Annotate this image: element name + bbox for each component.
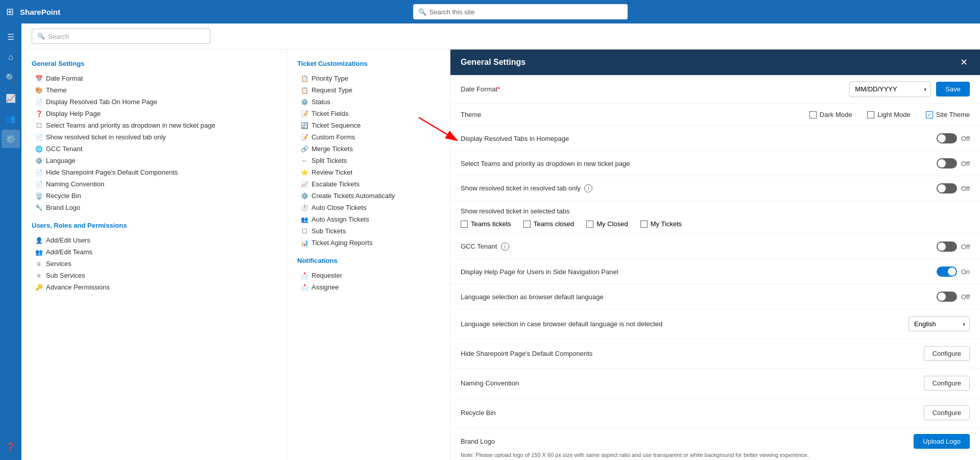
nav-item-review[interactable]: ⭐ Review Ticket (297, 166, 440, 178)
lang-browser-switch[interactable] (937, 292, 957, 302)
nav-item-assignee[interactable]: 📩 Assignee (297, 281, 440, 293)
lang-fallback-row: Language selection in case browser defau… (450, 309, 980, 339)
my-closed-label: My Closed (596, 220, 628, 228)
teams-closed-checkbox[interactable] (523, 221, 531, 228)
nav-item-priority-type[interactable]: 📋 Priority Type (297, 72, 440, 84)
merge-icon: 🔗 (300, 146, 308, 153)
nav-item-date-format[interactable]: 📅 Date Format (32, 72, 276, 84)
site-theme-checkbox[interactable]: ✓ (926, 111, 933, 118)
nav-item-auto-assign[interactable]: 👥 Auto Assign Tickets (297, 213, 440, 225)
nav-item-custom-forms[interactable]: 📝 Custom Forms (297, 131, 440, 143)
my-tickets-tab[interactable]: My Tickets (640, 220, 682, 228)
teams-closed-tab[interactable]: Teams closed (523, 220, 574, 228)
split-icon: ↔️ (300, 157, 308, 164)
nav-item-gcc[interactable]: 🌐 GCC Tenant (32, 143, 276, 155)
nav-settings[interactable]: ⚙️ (2, 130, 20, 148)
nav-item-label: Language (46, 157, 76, 164)
teams-tickets-checkbox[interactable] (461, 221, 468, 228)
nav-item-sub-tickets[interactable]: ☐ Sub Tickets (297, 225, 440, 237)
dark-mode-checkbox[interactable] (809, 111, 817, 118)
nav-item-brand-logo[interactable]: 🔧 Brand Logo (32, 202, 276, 213)
nav-item-select-teams[interactable]: ☐ Select Teams and priority as dropdown … (32, 119, 276, 131)
naming-icon: 📄 (35, 181, 43, 188)
date-format-select[interactable]: MM/DD/YYYY DD/MM/YYYY YYYY/MM/DD (849, 81, 931, 97)
show-resolved-info-icon[interactable]: i (584, 184, 592, 192)
hide-sharepoint-configure-button[interactable]: Configure (924, 346, 970, 361)
display-resolved-row: Display Resolved Tabs in Homepage Off (450, 126, 980, 151)
grid-icon[interactable]: ⊞ (6, 6, 14, 17)
section-general-settings-title: General Settings (32, 60, 276, 67)
nav-item-add-users[interactable]: 👤 Add/Edit Users (32, 234, 276, 246)
nav-item-add-teams[interactable]: 👥 Add/Edit Teams (32, 246, 276, 258)
hide-sharepoint-row: Hide Sharepoint Page's Default Component… (450, 339, 980, 369)
nav-item-naming[interactable]: 📄 Naming Convention (32, 178, 276, 190)
nav-search[interactable]: 🔍 (2, 68, 20, 87)
nav-item-merge[interactable]: 🔗 Merge Tickets (297, 143, 440, 155)
teams-tickets-tab[interactable]: Teams tickets (461, 220, 511, 228)
my-closed-checkbox[interactable] (586, 221, 593, 228)
select-teams-switch[interactable] (937, 158, 957, 168)
add-teams-icon: 👥 (35, 249, 43, 256)
naming-label: Naming Convention (461, 379, 914, 387)
nav-item-label: Auto Assign Tickets (312, 215, 369, 223)
select-teams-toggle: Off (937, 158, 970, 168)
secondary-search-input[interactable]: 🔍 Search (32, 29, 210, 44)
nav-item-theme[interactable]: 🎨 Theme (32, 84, 276, 96)
nav-item-help-page[interactable]: ❓ Display Help Page (32, 108, 276, 119)
show-resolved-row: Show resolved ticket in resolved tab onl… (450, 176, 980, 201)
section-ticket-custom-title: Ticket Customizations (297, 60, 440, 67)
nav-item-services[interactable]: ≡ Services (32, 258, 276, 270)
close-button[interactable]: ✕ (958, 57, 970, 68)
nav-item-language[interactable]: ⚙️ Language (32, 155, 276, 166)
nav-item-advance-perms[interactable]: 🔑 Advance Permissions (32, 281, 276, 293)
create-auto-icon: ⚙️ (300, 192, 308, 200)
nav-chart[interactable]: 📈 (2, 89, 20, 107)
nav-people[interactable]: 👥 (2, 109, 20, 128)
nav-item-auto-close[interactable]: ⏱️ Auto Close Tickets (297, 202, 440, 213)
nav-item-ticket-fields[interactable]: 📝 Ticket Fields (297, 108, 440, 119)
theme-site-theme[interactable]: ✓ Site Theme (926, 111, 970, 118)
nav-item-sub-services[interactable]: ≡ Sub Services (32, 270, 276, 281)
nav-item-split[interactable]: ↔️ Split Tickets (297, 155, 440, 166)
gcc-switch[interactable] (937, 241, 957, 252)
nav-item-aging[interactable]: 📊 Ticket Aging Reports (297, 237, 440, 249)
gcc-info-icon[interactable]: i (501, 243, 509, 251)
hide-sharepoint-label: Hide Sharepoint Page's Default Component… (461, 350, 914, 357)
nav-item-escalate[interactable]: 📈 Escalate Tickets (297, 178, 440, 190)
nav-item-show-resolved[interactable]: 📄 Show resolved ticket in resolved tab o… (32, 131, 276, 143)
show-resolved-switch[interactable] (937, 183, 957, 193)
lang-fallback-select[interactable]: English French Spanish German (909, 317, 970, 331)
topbar-search-box[interactable]: 🔍 Search this site (413, 4, 628, 19)
nav-item-hide-sharepoint[interactable]: 📄 Hide Sharepoint Page's Default Compone… (32, 166, 276, 178)
recycle-bin-configure-button[interactable]: Configure (924, 405, 970, 420)
select-teams-value: Off (961, 160, 970, 167)
my-tickets-checkbox[interactable] (640, 221, 648, 228)
save-button[interactable]: Save (936, 82, 970, 96)
nav-item-requester[interactable]: 📩 Requester (297, 270, 440, 281)
brand-logo-note: Note: Please upload logo of 150 X 60 px … (461, 452, 970, 458)
custom-forms-icon: 📝 (300, 134, 308, 141)
theme-dark-mode[interactable]: Dark Mode (809, 111, 852, 118)
nav-item-recycle[interactable]: 🗑️ Recycle Bin (32, 190, 276, 202)
nav-item-create-auto[interactable]: ⚙️ Create Tickets Automatically (297, 190, 440, 202)
nav-hamburger[interactable]: ☰ (2, 28, 20, 46)
display-help-switch[interactable] (937, 267, 957, 277)
brand-logo-section: Brand Logo Upload Logo Note: Please uplo… (450, 428, 980, 460)
nav-home[interactable]: ⌂ (2, 48, 20, 66)
light-mode-checkbox[interactable] (867, 111, 874, 118)
nav-item-ticket-sequence[interactable]: 🔄 Ticket Sequence (297, 119, 440, 131)
nav-item-label: Ticket Sequence (312, 122, 361, 129)
nav-item-status[interactable]: ⚙️ Status (297, 96, 440, 108)
teams-tickets-label: Teams tickets (471, 220, 511, 228)
sub-services-icon: ≡ (35, 272, 43, 279)
gcc-toggle: Off (937, 241, 970, 252)
my-closed-tab[interactable]: My Closed (586, 220, 628, 228)
nav-item-request-type[interactable]: 📋 Request Type (297, 84, 440, 96)
naming-configure-button[interactable]: Configure (924, 376, 970, 391)
nav-help[interactable]: ❓ (2, 438, 20, 456)
theme-light-mode[interactable]: Light Mode (867, 111, 910, 118)
upload-logo-button[interactable]: Upload Logo (914, 434, 970, 449)
nav-item-label: Naming Convention (46, 180, 104, 188)
display-resolved-switch[interactable] (937, 133, 957, 143)
nav-item-display-resolved[interactable]: 📄 Display Resolved Tab On Home Page (32, 96, 276, 108)
